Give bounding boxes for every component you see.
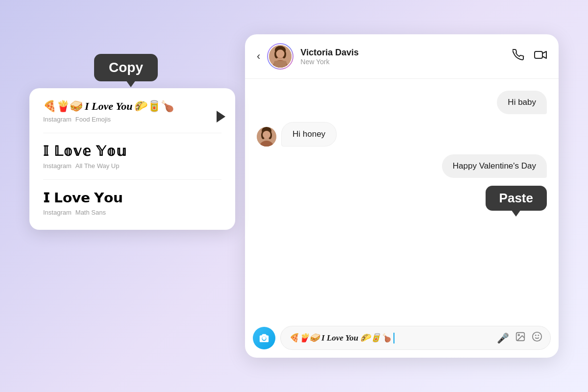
- svg-point-15: [263, 131, 270, 139]
- message-text-2: Hi honey: [293, 129, 325, 139]
- font-tag-style-2: All The Way Up: [75, 162, 120, 170]
- input-action-icons: 🎤: [497, 331, 542, 344]
- chat-input-bar: 🍕🍟🥪 I Love You 🌮🥫🍗 🎤: [245, 320, 559, 358]
- contact-location: New York: [300, 58, 506, 66]
- message-hi-baby: Hi baby: [497, 91, 547, 114]
- font-preview-gothic: 𝕀 𝕃𝕠𝕧𝕖 𝕐𝕠𝕦: [43, 143, 221, 159]
- svg-rect-7: [274, 61, 287, 68]
- font-tag-platform-3: Instagram: [43, 209, 72, 216]
- microphone-icon[interactable]: 🎤: [497, 332, 509, 344]
- font-tag-platform-2: Instagram: [43, 162, 72, 170]
- contact-name: Victoria Davis: [300, 48, 506, 58]
- svg-point-18: [518, 334, 519, 336]
- font-item-gothic[interactable]: 𝕀 𝕃𝕠𝕧𝕖 𝕐𝕠𝕦 Instagram All The Way Up: [43, 143, 221, 180]
- svg-point-6: [276, 49, 285, 58]
- cursor-arrow-icon: [217, 111, 225, 122]
- avatar-image: [269, 45, 292, 68]
- font-tag-style-3: Math Sans: [75, 209, 106, 216]
- message-text-3: Happy Valentine's Day: [453, 161, 536, 171]
- message-row-hi-honey: Hi honey: [257, 122, 547, 147]
- font-tag-style: Food Emojis: [75, 116, 111, 123]
- video-icon[interactable]: [534, 49, 547, 64]
- camera-icon: [259, 333, 270, 343]
- input-typed-text: I Love You: [321, 333, 358, 343]
- receiver-avatar: [257, 127, 276, 147]
- font-tags-gothic: Instagram All The Way Up: [43, 162, 221, 170]
- font-tags-mathsans: Instagram Math Sans: [43, 209, 221, 216]
- text-cursor: [393, 333, 394, 343]
- contact-info: Victoria Davis New York: [300, 48, 506, 66]
- paste-tooltip-wrap: Paste: [486, 186, 547, 211]
- font-style-card: Copy 🍕🍟🥪 I Love You 🌮🥫🍗 Instagram Food E…: [29, 88, 235, 230]
- contact-avatar: [268, 44, 293, 69]
- chat-window: ‹ Victoria Davis: [245, 34, 559, 358]
- svg-point-16: [262, 336, 266, 340]
- input-emoji-1: 🍕🍟🥪: [289, 333, 319, 343]
- back-button[interactable]: ‹: [257, 50, 260, 63]
- message-hi-honey: Hi honey: [281, 122, 337, 147]
- receiver-avatar-image: [257, 127, 276, 147]
- font-item-mathsans[interactable]: 𝗜 𝗟𝗼𝘃𝗲 𝗬𝗼𝘂 Instagram Math Sans: [43, 190, 221, 216]
- message-valentines: Happy Valentine's Day: [442, 154, 547, 178]
- svg-rect-8: [535, 51, 542, 58]
- font-tags-emoji: Instagram Food Emojis: [43, 116, 221, 123]
- contact-avatar-wrap: [267, 43, 294, 70]
- font-tag-platform: Instagram: [43, 116, 72, 123]
- paste-tooltip[interactable]: Paste: [486, 186, 547, 211]
- paste-tooltip-label: Paste: [499, 191, 533, 205]
- svg-point-19: [533, 332, 541, 341]
- font-preview-emoji: 🍕🍟🥪 I Love You 🌮🥫🍗: [43, 100, 221, 113]
- message-input-field[interactable]: 🍕🍟🥪 I Love You 🌮🥫🍗 🎤: [280, 326, 551, 350]
- message-text-1: Hi baby: [508, 98, 536, 107]
- copy-tooltip[interactable]: Copy: [94, 54, 158, 81]
- chat-messages: Hi baby Hi honey Happy Valentin: [245, 79, 559, 320]
- input-emoji-2: 🌮🥫🍗: [360, 333, 391, 343]
- camera-button[interactable]: [253, 327, 275, 349]
- chat-header: ‹ Victoria Davis: [245, 34, 559, 79]
- header-icons: [513, 49, 547, 64]
- input-text-content: 🍕🍟🥪 I Love You 🌮🥫🍗: [289, 333, 494, 343]
- call-icon[interactable]: [513, 49, 524, 64]
- image-icon[interactable]: [515, 331, 526, 344]
- copy-tooltip-label: Copy: [109, 60, 143, 75]
- font-item-emoji[interactable]: 🍕🍟🥪 I Love You 🌮🥫🍗 Instagram Food Emojis: [43, 100, 221, 133]
- font-preview-mathsans: 𝗜 𝗟𝗼𝘃𝗲 𝗬𝗼𝘂: [43, 190, 221, 206]
- emoji-icon[interactable]: [532, 331, 542, 344]
